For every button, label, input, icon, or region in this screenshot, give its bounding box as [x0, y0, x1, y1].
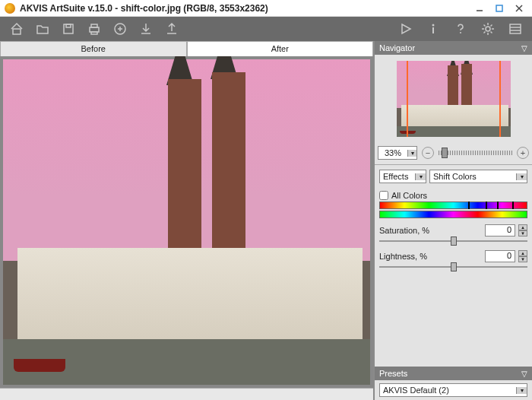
save-icon[interactable] — [59, 20, 78, 38]
share-icon[interactable] — [111, 20, 129, 38]
lightness-stepper[interactable]: ▲▼ — [518, 250, 527, 262]
svg-rect-16 — [510, 24, 521, 33]
zoom-slider[interactable] — [439, 149, 512, 157]
svg-rect-5 — [64, 24, 73, 33]
zoom-out-icon[interactable]: − — [422, 147, 434, 159]
all-colors-checkbox[interactable] — [379, 191, 388, 200]
chevron-down-icon[interactable]: ▾ — [516, 173, 527, 180]
preset-dropdown[interactable]: AKVIS Default (2) ▾ — [379, 383, 527, 397]
svg-point-15 — [486, 27, 490, 31]
app-logo — [5, 3, 15, 14]
svg-rect-6 — [66, 24, 71, 27]
svg-rect-9 — [91, 32, 97, 34]
horizontal-scrollbar[interactable] — [0, 388, 373, 400]
effect-dropdown[interactable]: Shift Colors ▾ — [429, 170, 527, 183]
category-dropdown-label: Effects — [380, 172, 415, 181]
navigator-thumbnail[interactable] — [397, 61, 511, 137]
svg-rect-7 — [90, 27, 99, 32]
home-icon[interactable] — [8, 20, 26, 38]
lightness-label: Lightness, % — [379, 252, 440, 261]
zoom-in-icon[interactable]: + — [517, 147, 529, 159]
preset-dropdown-label: AKVIS Default (2) — [380, 386, 516, 395]
print-icon[interactable] — [85, 20, 103, 38]
hue-source-bar[interactable] — [379, 202, 527, 209]
export-preset-icon[interactable] — [163, 20, 181, 38]
lightness-value[interactable]: 0 — [485, 250, 515, 262]
svg-marker-11 — [402, 24, 410, 33]
zoom-value: 33% — [378, 148, 407, 157]
window-title: AKVIS ArtSuite v.15.0 - shift-color.jpg … — [20, 3, 268, 14]
svg-rect-4 — [13, 29, 21, 34]
saturation-value[interactable]: 0 — [485, 224, 515, 237]
hue-target-bar[interactable] — [379, 211, 527, 218]
close-button[interactable] — [511, 2, 527, 14]
chevron-down-icon[interactable]: ▾ — [516, 387, 527, 394]
minimize-button[interactable] — [471, 2, 488, 14]
panels-icon[interactable] — [506, 20, 524, 38]
tab-after[interactable]: After — [187, 41, 374, 56]
category-dropdown[interactable]: Effects ▾ — [379, 170, 426, 183]
maximize-button[interactable] — [491, 2, 508, 14]
saturation-stepper[interactable]: ▲▼ — [518, 224, 527, 237]
settings-icon[interactable] — [479, 20, 497, 38]
lightness-slider[interactable] — [379, 264, 527, 270]
zoom-dropdown-icon[interactable]: ▾ — [407, 150, 416, 157]
svg-rect-13 — [432, 27, 434, 33]
help-icon[interactable] — [451, 20, 470, 38]
run-icon[interactable] — [397, 20, 415, 38]
open-icon[interactable] — [33, 20, 52, 38]
saturation-label: Saturation, % — [379, 226, 440, 235]
svg-rect-1 — [496, 5, 502, 11]
svg-rect-8 — [91, 24, 97, 27]
saturation-slider[interactable] — [379, 238, 527, 244]
svg-point-12 — [432, 24, 435, 27]
effect-dropdown-label: Shift Colors — [430, 172, 516, 181]
all-colors-label: All Colors — [391, 191, 427, 200]
presets-title: Presets — [379, 369, 407, 378]
svg-point-14 — [460, 32, 461, 33]
tab-before[interactable]: Before — [0, 41, 187, 56]
image-canvas[interactable] — [0, 56, 373, 388]
navigator-title: Navigator — [379, 43, 415, 52]
presets-collapse-icon[interactable]: ▽ — [521, 370, 527, 378]
navigator-collapse-icon[interactable]: ▽ — [521, 44, 527, 52]
info-icon[interactable] — [424, 20, 442, 38]
chevron-down-icon[interactable]: ▾ — [415, 173, 426, 180]
image-preview — [3, 59, 370, 385]
zoom-value-box[interactable]: 33% ▾ — [378, 146, 417, 160]
import-preset-icon[interactable] — [137, 20, 155, 38]
